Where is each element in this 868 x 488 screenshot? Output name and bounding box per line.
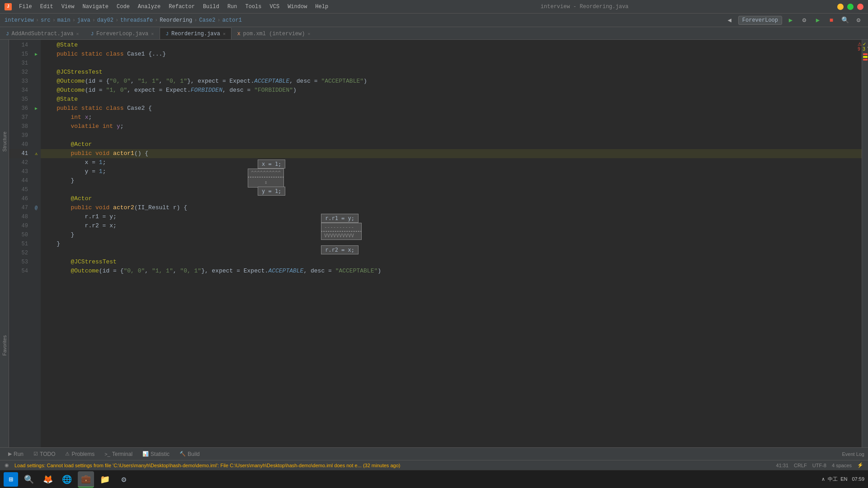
error-marker-1 [863,53,868,55]
statistic-tab[interactable]: 📊 Statistic [138,449,174,459]
tab-reordering[interactable]: J Reordering.java ✕ [160,28,231,39]
cursor-position[interactable]: 41:31 [776,463,789,468]
toolbar-row: interview › src › main › java › day02 › … [0,14,868,27]
gutter-50 [32,230,41,239]
code-line-51: } [41,239,862,249]
taskbar-firefox[interactable]: 🦊 [40,471,56,488]
run-button[interactable]: ▶ [786,15,796,25]
todo-tab-label: TODO [40,451,55,457]
tray-lang[interactable]: EN [840,476,847,482]
tab-close-button[interactable]: ✕ [76,31,79,37]
debug-button[interactable]: ⚙ [799,15,809,25]
breadcrumb-main[interactable]: main [57,17,71,23]
line-num-46: 46 [9,194,28,203]
taskbar: ⊞ 🔍 🦊 🌐 💼 📁 ⚙ ∧ 中工 EN 07:59 [0,470,868,488]
gutter-run-36[interactable]: ▶ [32,104,41,113]
coverage-button[interactable]: ▶ [813,15,823,25]
warn-marker-1 [863,56,868,58]
tab-close-button[interactable]: ✕ [223,31,226,37]
menu-help[interactable]: Help [311,3,332,11]
breadcrumb-reordering[interactable]: Reordering [160,17,192,23]
stop-button[interactable]: ■ [826,15,836,25]
breadcrumb-src[interactable]: src [41,17,51,23]
menu-tools[interactable]: Tools [242,3,265,11]
code-line-15: public static class Case1 {...} [41,50,862,59]
search-everywhere-button[interactable]: 🔍 [840,15,850,25]
statistic-tab-label: Statistic [151,451,170,457]
taskbar-intellij[interactable]: 💼 [78,471,94,488]
menu-analyze[interactable]: Analyze [134,3,164,11]
breadcrumb-java[interactable]: java [77,17,90,23]
menu-code[interactable]: Code [113,3,133,11]
line-num-31: 31 [9,59,28,68]
status-bar-right: 41:31 CRLF UTF-8 4 spaces ⚡ [776,462,863,468]
menu-window[interactable]: Window [284,3,311,11]
start-button[interactable]: ⊞ [4,472,18,487]
java-file-icon: J [90,31,94,37]
favorites-panel-toggle[interactable]: Favorites [0,244,9,447]
code-line-42: x = 1; [41,158,862,167]
tray-chevron[interactable]: ∧ [821,476,825,482]
breadcrumb-project[interactable]: interview [5,17,34,23]
menu-file[interactable]: File [15,3,36,11]
menu-build[interactable]: Build [199,3,223,11]
tray-ime[interactable]: 中工 [828,476,838,483]
tab-close-button[interactable]: ✕ [307,31,310,37]
gutter-run-15[interactable]: ▶ [32,50,41,59]
line-num-37: 37 [9,113,28,122]
line-num-33: 33 [9,77,28,86]
code-lines[interactable]: @State public static class Case1 {...} @… [41,40,862,447]
gutter-33 [32,77,41,86]
close-button[interactable]: × [857,4,863,10]
gutter-43 [32,167,41,176]
breadcrumb-case2[interactable]: Case2 [199,17,216,23]
settings-button[interactable]: ⚙ [854,15,863,25]
navigate-back-button[interactable]: ◀ [725,15,735,25]
line-ending[interactable]: CRLF [794,463,807,468]
line-num-15: 15 [9,50,28,59]
tab-add-and-subtract[interactable]: J AddAndSubtract.java ✕ [0,28,85,39]
terminal-tab[interactable]: >_ Terminal [100,449,137,459]
code-container[interactable]: 14 15 31 32 33 34 35 36 37 38 39 40 41 4… [9,40,868,447]
menu-edit[interactable]: Edit [37,3,57,11]
run-config-selector[interactable]: ForeverLoop [738,16,782,25]
status-bar-left: ◉ [5,462,9,468]
breadcrumb-actor1[interactable]: actor1 [222,17,242,23]
event-log-link[interactable]: Event Log [842,451,864,457]
breadcrumb-threadsafe[interactable]: threadsafe [120,17,153,23]
maximize-button[interactable]: + [847,4,854,10]
menu-vcs[interactable]: VCS [266,3,283,11]
menu-run[interactable]: Run [224,3,241,11]
minimize-button[interactable]: − [837,4,844,10]
todo-tab[interactable]: ☑ TODO [29,449,60,459]
gutter-52 [32,249,41,258]
code-line-50: } [41,230,862,239]
status-bar: ◉ Load settings: Cannot load settings fr… [0,460,868,470]
tab-forever-loop[interactable]: J ForeverLoop.java ✕ [85,28,160,39]
run-tab[interactable]: ▶ Run [4,449,28,459]
gutter-31 [32,59,41,68]
taskbar-explorer[interactable]: 📁 [97,471,113,488]
structure-panel-toggle[interactable]: Structure [0,40,9,244]
menu-navigate[interactable]: Navigate [79,3,112,11]
taskbar-settings[interactable]: ⚙ [116,471,132,488]
tab-pom-xml[interactable]: X pom.xml (interview) ✕ [231,28,316,39]
editor-area[interactable]: 14 15 31 32 33 34 35 36 37 38 39 40 41 4… [9,40,868,447]
menu-bar[interactable]: File Edit View Navigate Code Analyze Ref… [15,3,332,11]
taskbar-browser[interactable]: 🌐 [59,471,75,488]
indent-info[interactable]: 4 spaces [832,463,852,468]
line-num-54: 54 [9,267,28,276]
code-line-54: @Outcome(id = {"0, 0", "1, 1", "0, 1"}, … [41,267,862,276]
tab-close-button[interactable]: ✕ [151,31,154,37]
build-tab[interactable]: 🔨 Build [175,449,204,459]
encoding[interactable]: UTF-8 [812,463,826,468]
tab-label: Reordering.java [171,31,220,37]
menu-view[interactable]: View [58,3,78,11]
taskbar-search[interactable]: 🔍 [21,471,37,488]
line-num-35: 35 [9,95,28,104]
problems-tab[interactable]: ⚠ Problems [61,449,99,459]
line-num-44: 44 [9,176,28,185]
breadcrumb-day02[interactable]: day02 [97,17,113,23]
gutter-49 [32,221,41,230]
menu-refactor[interactable]: Refactor [165,3,198,11]
